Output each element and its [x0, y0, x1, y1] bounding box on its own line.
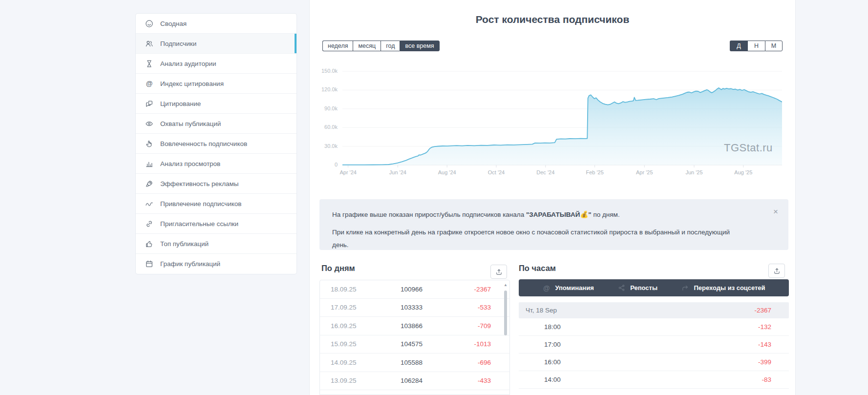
- reach-icon: [145, 120, 153, 128]
- sidebar-item-3[interactable]: Анализ аудитории: [136, 54, 296, 74]
- hours-tab-label: Переходы из соцсетей: [694, 284, 765, 291]
- granularity-button-2[interactable]: Н: [747, 41, 765, 51]
- scrollbar-thumb[interactable]: [504, 291, 507, 335]
- hour-delta-value: -143: [758, 341, 789, 348]
- table-row[interactable]: 14:00-83: [519, 371, 789, 389]
- citation-index-icon: @: [145, 80, 153, 88]
- scroll-up-icon[interactable]: ▲: [503, 282, 508, 288]
- day-date: 14.09.25: [320, 359, 376, 366]
- page-title: Рост количества подписчиков: [310, 14, 795, 25]
- schedule-icon: [145, 260, 153, 268]
- export-icon: [773, 267, 781, 275]
- x-tick-label: Apr '25: [629, 169, 660, 175]
- hours-tab-1[interactable]: @Упоминания: [542, 284, 593, 292]
- sidebar-item-13[interactable]: График публикаций: [136, 254, 296, 274]
- hours-group-row[interactable]: Чт, 18 Sep -2367: [519, 302, 789, 318]
- day-subscriber-count: 103333: [376, 304, 447, 311]
- day-delta-value: -533: [447, 304, 509, 311]
- granularity-button-1[interactable]: Д: [730, 41, 747, 51]
- days-export-button[interactable]: [490, 265, 507, 279]
- group-date-label: Чт, 18 Sep: [519, 307, 557, 314]
- hour-delta-value: -399: [758, 358, 789, 366]
- table-row[interactable]: 18.09.25100966-2367: [320, 280, 509, 299]
- sidebar-item-label: Эффективность рекламы: [160, 180, 239, 187]
- active-indicator: [295, 34, 296, 53]
- period-button-3[interactable]: год: [381, 41, 400, 51]
- area-fill: [342, 88, 782, 165]
- sidebar-item-6[interactable]: Охваты публикаций: [136, 114, 296, 134]
- audience-icon: [145, 60, 153, 68]
- hours-tab-3[interactable]: Переходы из соцсетей: [681, 284, 765, 292]
- sidebar-item-4[interactable]: @Индекс цитирования: [136, 74, 296, 94]
- close-icon[interactable]: ×: [773, 207, 778, 217]
- attract-icon: [145, 200, 153, 208]
- top-posts-icon: [145, 240, 153, 248]
- x-tick-label: Jun '25: [678, 169, 710, 175]
- info-text-suffix: по дням.: [592, 211, 620, 218]
- sidebar-item-label: Вовлеченность подписчиков: [160, 140, 247, 147]
- sidebar-item-label: Анализ просмотров: [160, 160, 220, 167]
- redirect-icon: [681, 284, 689, 292]
- granularity-button-3[interactable]: М: [765, 41, 783, 51]
- y-tick-label: 150.0k: [312, 68, 338, 74]
- period-button-2[interactable]: месяц: [353, 41, 381, 51]
- hours-tab-2[interactable]: Репосты: [617, 284, 657, 292]
- table-row[interactable]: 13:00-743: [519, 389, 789, 395]
- period-button-group: неделямесяцгодвсе время: [322, 41, 440, 51]
- table-row[interactable]: 15.09.25104575-1013: [320, 335, 509, 354]
- mention-icon: @: [542, 284, 550, 292]
- info-line-1: На графике выше показан прирост/убыль по…: [332, 210, 759, 218]
- sidebar-item-label: Подписчики: [160, 40, 196, 47]
- day-delta-value: -2367: [447, 286, 509, 293]
- hours-tab-label: Репосты: [630, 284, 657, 291]
- sidebar-item-label: Пригласительные ссылки: [160, 220, 238, 228]
- day-subscriber-count: 103866: [376, 322, 447, 330]
- x-tick-label: Jun '24: [382, 169, 413, 175]
- chart-canvas: [342, 68, 782, 168]
- table-row[interactable]: 13.09.25106284-433: [320, 372, 509, 391]
- hours-export-button[interactable]: [768, 264, 785, 278]
- days-section-title: По дням: [321, 264, 355, 273]
- repost-icon: [617, 284, 626, 292]
- day-date: 13.09.25: [320, 377, 376, 384]
- days-table-scrollbar[interactable]: ▲: [503, 282, 508, 393]
- citing-icon: [145, 100, 153, 108]
- sidebar-item-8[interactable]: Анализ просмотров: [136, 154, 296, 174]
- table-row[interactable]: 17.09.25103333-533: [320, 299, 509, 317]
- x-tick-label: Apr '24: [333, 169, 364, 175]
- sidebar-item-11[interactable]: Пригласительные ссылки: [136, 214, 296, 234]
- sidebar-item-label: Анализ аудитории: [160, 60, 216, 67]
- table-row[interactable]: 16.09.25103866-709: [320, 317, 509, 335]
- sidebar-nav: СводнаяПодписчикиАнализ аудитории@Индекс…: [136, 14, 296, 274]
- hour-label: 16:00: [519, 358, 561, 366]
- period-button-1[interactable]: неделя: [322, 41, 353, 51]
- x-tick-label: Aug '24: [431, 169, 463, 175]
- channel-name: "ЗАРАБАТЫВАЙ💰": [526, 211, 592, 218]
- subscribers-area-chart[interactable]: [342, 68, 782, 168]
- export-icon: [495, 268, 503, 276]
- table-row[interactable]: 14.09.25105588-696: [320, 353, 509, 372]
- day-delta-value: -433: [447, 377, 509, 384]
- sidebar-item-5[interactable]: Цитирование: [136, 94, 296, 114]
- sidebar-item-label: Охваты публикаций: [160, 120, 221, 127]
- period-button-4[interactable]: все время: [400, 41, 439, 51]
- table-row[interactable]: 18:00-132: [519, 318, 789, 336]
- sidebar-item-12[interactable]: Топ публикаций: [136, 234, 296, 254]
- sidebar-item-10[interactable]: Привлечение подписчиков: [136, 194, 296, 214]
- day-date: 15.09.25: [320, 340, 376, 348]
- y-tick-label: 90.0k: [312, 105, 338, 111]
- sidebar-item-label: Цитирование: [160, 100, 201, 107]
- day-delta-value: -709: [447, 322, 509, 330]
- sidebar-item-1[interactable]: Сводная: [136, 14, 296, 34]
- sidebar-item-7[interactable]: Вовлеченность подписчиков: [136, 134, 296, 154]
- hours-tab-label: Упоминания: [555, 284, 593, 291]
- table-row[interactable]: 17:00-143: [519, 336, 789, 353]
- hour-delta-value: -132: [758, 323, 789, 331]
- x-tick-label: Dec '24: [530, 169, 561, 175]
- sidebar-item-9[interactable]: Эффективность рекламы: [136, 174, 296, 194]
- info-text-prefix: На графике выше показан прирост/убыль по…: [332, 211, 526, 218]
- group-delta-value: -2367: [754, 307, 789, 314]
- table-row[interactable]: 16:00-399: [519, 353, 789, 371]
- hour-label: 17:00: [519, 341, 561, 348]
- sidebar-item-2[interactable]: Подписчики: [136, 34, 296, 54]
